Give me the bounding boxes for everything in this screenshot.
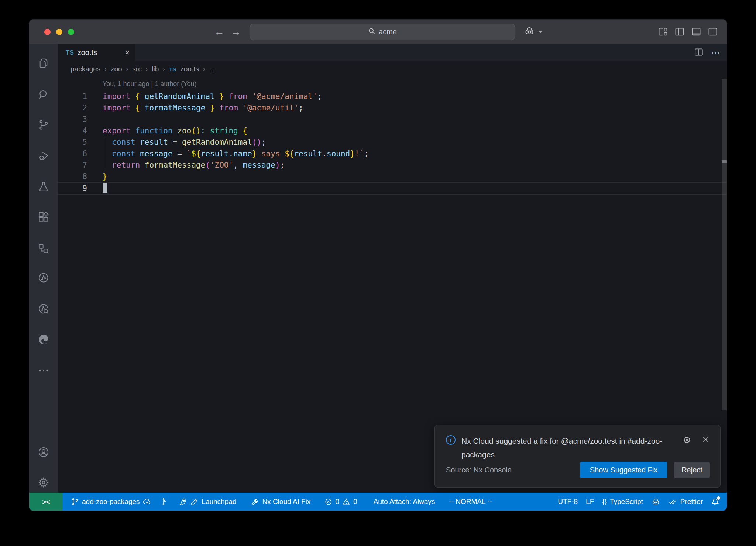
code-lines[interactable]: 1import { getRandomAnimal } from '@acme/… — [58, 91, 727, 195]
language-label: TypeScript — [610, 498, 643, 506]
bell-icon — [711, 498, 719, 506]
settings-gear-icon[interactable] — [38, 477, 49, 488]
close-window-button[interactable] — [44, 29, 51, 35]
language-mode-item[interactable]: {} TypeScript — [598, 493, 647, 511]
more-views-icon[interactable] — [38, 365, 49, 376]
minimize-window-button[interactable] — [56, 29, 62, 35]
git-branch-icon — [71, 498, 79, 506]
code-line[interactable]: 7 return formatMessage('ZOO', message); — [58, 160, 727, 171]
double-check-icon — [669, 497, 677, 506]
chevron-right-icon: › — [163, 65, 165, 73]
remote-indicator[interactable]: >< — [29, 493, 62, 511]
edge-browser-icon[interactable] — [38, 334, 49, 345]
breadcrumb: packages › zoo › src › lib › TS zoo.ts ›… — [58, 61, 727, 77]
nx-project-graph-item[interactable] — [155, 493, 172, 511]
info-icon: i — [446, 435, 456, 445]
code-line[interactable]: 9 — [58, 182, 727, 195]
copilot-status-item[interactable] — [647, 493, 664, 511]
vscode-window: ← → acme — [29, 19, 727, 511]
code-text[interactable]: const message = `${result.name} says ${r… — [87, 148, 369, 160]
code-text[interactable] — [87, 114, 103, 125]
cursor-block — [103, 183, 107, 193]
line-number: 7 — [58, 160, 87, 171]
nx-cloud-icon[interactable] — [38, 272, 49, 284]
line-number: 4 — [58, 125, 87, 137]
chevron-right-icon: › — [203, 65, 205, 73]
tab-close-icon[interactable]: × — [125, 48, 130, 58]
breadcrumb-overflow[interactable]: ... — [209, 65, 215, 73]
eol-item[interactable]: LF — [582, 493, 598, 511]
source-control-icon[interactable] — [38, 119, 49, 131]
title-bar[interactable]: ← → acme — [29, 20, 727, 44]
search-value: acme — [379, 28, 397, 36]
notification-settings-gear-icon[interactable] — [683, 436, 691, 446]
encoding-item[interactable]: UTF-8 — [554, 493, 582, 511]
code-text[interactable]: import { formatMessage } from '@acme/uti… — [87, 102, 303, 114]
show-suggested-fix-button[interactable]: Show Suggested Fix — [580, 462, 667, 478]
breadcrumb-item[interactable]: zoo — [111, 65, 122, 73]
notifications-item[interactable] — [707, 493, 727, 511]
toggle-secondary-sidebar-icon[interactable] — [708, 27, 718, 37]
code-line[interactable]: 2import { formatMessage } from '@acme/ut… — [58, 102, 727, 114]
code-line[interactable]: 8} — [58, 171, 727, 182]
code-line[interactable]: 3 — [58, 114, 727, 125]
toggle-primary-sidebar-icon[interactable] — [674, 27, 685, 37]
nx-cloud-ai-fix-item[interactable]: Nx Cloud AI Fix — [247, 493, 315, 511]
extensions-icon[interactable] — [38, 211, 49, 223]
typescript-file-icon: TS — [169, 66, 176, 72]
vim-mode-item[interactable]: -- NORMAL -- — [445, 493, 496, 511]
problems-item[interactable]: 0 0 — [320, 493, 361, 511]
graph-icon — [159, 498, 168, 506]
breadcrumb-item[interactable]: src — [132, 65, 141, 73]
customize-layout-icon[interactable] — [658, 27, 668, 37]
run-debug-icon[interactable] — [38, 150, 49, 162]
launchpad-item[interactable]: Launchpad — [175, 493, 240, 511]
zoom-window-button[interactable] — [68, 29, 74, 35]
code-text[interactable]: } — [87, 171, 107, 182]
code-line[interactable]: 1import { getRandomAnimal } from '@acme/… — [58, 91, 727, 102]
breadcrumb-item[interactable]: lib — [152, 65, 159, 73]
notification-close-icon[interactable] — [702, 436, 710, 446]
editor-more-actions-icon[interactable]: ⋯ — [711, 48, 720, 58]
chevron-right-icon: › — [126, 65, 128, 73]
code-text[interactable]: export function zoo(): string { — [87, 125, 247, 137]
split-editor-icon[interactable] — [694, 47, 704, 58]
explorer-icon[interactable] — [38, 57, 49, 69]
reject-button[interactable]: Reject — [674, 462, 710, 478]
code-text[interactable]: import { getRandomAnimal } from '@acme/a… — [87, 91, 322, 102]
code-line[interactable]: 5 const result = getRandomAnimal(); — [58, 137, 727, 148]
code-text[interactable] — [87, 183, 107, 194]
code-text[interactable]: const result = getRandomAnimal(); — [87, 137, 266, 148]
chevron-down-icon[interactable] — [538, 29, 543, 35]
code-line[interactable]: 6 const message = `${result.name} says $… — [58, 148, 727, 160]
auto-attach-item[interactable]: Auto Attach: Always — [369, 493, 439, 511]
breadcrumb-file[interactable]: zoo.ts — [180, 65, 199, 73]
code-text[interactable]: return formatMessage('ZOO', message); — [87, 160, 285, 171]
breadcrumb-item[interactable]: packages — [71, 65, 100, 73]
nx-cloud-search-icon[interactable] — [38, 303, 49, 315]
command-center-search[interactable]: acme — [250, 24, 515, 40]
tab-zoo-ts[interactable]: TS zoo.ts × — [58, 44, 135, 61]
brush-icon — [190, 498, 199, 506]
toggle-panel-icon[interactable] — [691, 27, 701, 37]
nx-cloud-ai-fix-label: Nx Cloud AI Fix — [262, 498, 310, 506]
code-line[interactable]: 4export function zoo(): string { — [58, 125, 727, 137]
editor-scrollbar[interactable] — [722, 79, 727, 410]
warning-count: 0 — [353, 498, 357, 506]
line-number: 1 — [58, 91, 87, 102]
vim-mode-label: -- NORMAL -- — [449, 498, 492, 506]
account-icon[interactable] — [38, 446, 49, 458]
rocket-icon — [179, 498, 187, 506]
formatter-label: Prettier — [680, 498, 703, 506]
encoding-label: UTF-8 — [558, 498, 578, 506]
testing-icon[interactable] — [38, 181, 49, 192]
navigate-forward-icon[interactable]: → — [230, 25, 242, 38]
git-branch-item[interactable]: add-zoo-packages — [67, 493, 155, 511]
formatter-item[interactable]: Prettier — [664, 493, 707, 511]
search-view-icon[interactable] — [38, 89, 49, 100]
nx-console-icon[interactable] — [38, 243, 49, 255]
copilot-icon[interactable] — [524, 26, 535, 38]
chevron-right-icon: › — [104, 65, 107, 73]
tab-bar: TS zoo.ts × ⋯ — [58, 44, 727, 61]
navigate-back-icon[interactable]: ← — [213, 25, 226, 38]
